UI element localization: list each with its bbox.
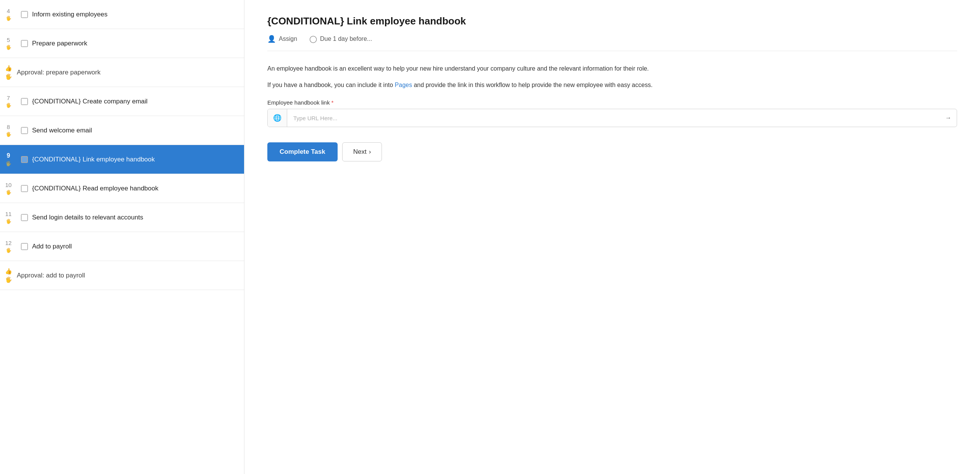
complete-task-button[interactable]: Complete Task [267,142,338,161]
task-number: 👍 🖐 [0,265,17,286]
task-number: 10 🖐 [0,179,17,198]
task-checkbox[interactable] [17,156,32,163]
drag-icon: 🖐 [6,16,11,21]
next-label: Next [353,148,367,156]
task-row[interactable]: 5 🖐 Prepare paperwork [0,29,244,58]
task-checkbox[interactable] [17,40,32,47]
field-label: Employee handbook link* [267,99,957,106]
task-checkbox[interactable] [17,11,32,18]
next-chevron: › [369,148,371,156]
task-checkbox[interactable] [17,127,32,134]
required-marker: * [331,99,333,106]
task-row[interactable]: 9 🖐 {CONDITIONAL} Link employee handbook [0,145,244,174]
action-buttons: Complete Task Next › [267,142,957,161]
pages-link[interactable]: Pages [395,82,412,88]
task-label: Add to payroll [32,236,244,257]
desc-2-post: and provide the link in this workflow to… [412,82,653,88]
task-row[interactable]: 4 🖐 Inform existing employees [0,0,244,29]
drag-icon: 🖐 [6,219,11,224]
task-checkbox[interactable] [17,185,32,192]
drag-icon: 🖐 [6,132,11,137]
task-checkbox[interactable] [17,214,32,221]
desc-paragraph-2: If you have a handbook, you can include … [267,80,957,90]
url-input[interactable] [287,110,940,126]
drag-icon: 🖐 [6,190,11,195]
drag-icon: 🖐 [6,248,11,253]
task-row[interactable]: 12 🖐 Add to payroll [0,232,244,261]
task-row[interactable]: 8 🖐 Send welcome email [0,116,244,145]
task-row[interactable]: 👍 🖐 Approval: add to payroll [0,261,244,290]
task-label: Prepare paperwork [32,33,244,54]
globe-icon: 🌐 [268,109,287,127]
task-label: Approval: prepare paperwork [17,62,244,83]
task-row[interactable]: 👍 🖐 Approval: prepare paperwork [0,58,244,87]
task-list: 4 🖐 Inform existing employees 5 🖐 Prepar… [0,0,244,474]
thumbsup-icon: 👍 [5,65,12,72]
detail-title: {CONDITIONAL} Link employee handbook [267,15,957,27]
task-label: {CONDITIONAL} Read employee handbook [32,178,244,199]
desc-paragraph-1: An employee handbook is an excellent way… [267,63,957,74]
task-number: 4 🖐 [0,5,17,24]
task-number: 8 🖐 [0,121,17,140]
task-number: 12 🖐 [0,237,17,256]
drag-icon: 🖐 [6,103,11,108]
task-description: An employee handbook is an excellent way… [267,63,957,90]
task-label: Inform existing employees [32,4,244,25]
task-label: Send login details to relevant accounts [32,207,244,228]
url-submit-arrow[interactable]: → [940,110,957,126]
assign-label: Assign [279,35,297,42]
task-detail-panel: {CONDITIONAL} Link employee handbook 👤 A… [244,0,980,474]
clock-icon: ◯ [309,35,317,43]
drag-icon: 🖐 [5,161,11,166]
hand-icon: 🖐 [5,73,12,80]
due-label: Due 1 day before... [320,35,372,42]
task-label: {CONDITIONAL} Create company email [32,91,244,112]
task-row[interactable]: 11 🖐 Send login details to relevant acco… [0,203,244,232]
task-label: {CONDITIONAL} Link employee handbook [32,149,244,170]
drag-icon: 🖐 [6,45,11,50]
task-number: 9 🖐 [0,149,17,169]
next-button[interactable]: Next › [342,142,382,161]
task-label: Approval: add to payroll [17,265,244,286]
hand-icon: 🖐 [5,276,12,283]
thumbsup-icon: 👍 [5,268,12,275]
task-row[interactable]: 10 🖐 {CONDITIONAL} Read employee handboo… [0,174,244,203]
assign-meta[interactable]: 👤 Assign [267,35,297,43]
task-checkbox[interactable] [17,98,32,105]
task-number: 11 🖐 [0,208,17,227]
desc-2-pre: If you have a handbook, you can include … [267,82,395,88]
task-checkbox[interactable] [17,243,32,250]
task-label: Send welcome email [32,120,244,141]
task-row[interactable]: 7 🖐 {CONDITIONAL} Create company email [0,87,244,116]
task-number: 👍 🖐 [0,62,17,83]
task-number: 7 🖐 [0,92,17,111]
person-icon: 👤 [267,35,276,43]
url-field-section: Employee handbook link* 🌐 → [267,99,957,127]
url-input-wrapper: 🌐 → [267,109,957,127]
due-meta[interactable]: ◯ Due 1 day before... [309,35,372,43]
task-meta: 👤 Assign ◯ Due 1 day before... [267,35,957,51]
task-number: 5 🖐 [0,34,17,53]
